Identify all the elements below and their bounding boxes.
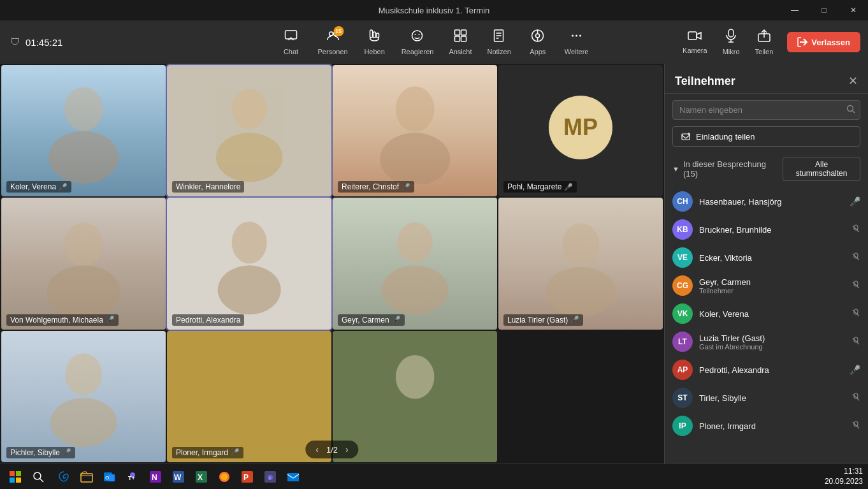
view-label: Ansicht [449,48,472,55]
raise-hand-button[interactable]: Heben [357,25,393,59]
taskbar-edge[interactable] [54,467,74,487]
taskbar-mail[interactable] [283,467,303,487]
video-tile-koler[interactable]: Koler, Verena 🎤 [1,65,166,196]
svg-point-69 [34,472,41,479]
participant-info: Koler, Verena [699,309,845,319]
participant-item[interactable]: VK Koler, Verena [665,300,868,328]
participant-avatar: VK [672,303,693,324]
chat-label: Chat [284,48,298,55]
more-button[interactable]: Weitere [558,25,595,59]
participant-avatar: IP [672,416,693,436]
mic-status-ploner: 🎤 [231,448,240,456]
mic-status-pohl: 🎤 [564,183,573,191]
section-chevron: ▼ [672,165,679,173]
search-input[interactable] [672,100,860,120]
more-label: Weitere [565,48,589,55]
toolbar-left: 🛡 01:45:21 [0,36,62,48]
tile-name-koler: Koler, Verena 🎤 [6,181,71,193]
maximize-button[interactable]: □ [809,0,839,20]
apps-button[interactable]: Apps [520,25,556,59]
video-tile-pedrotti[interactable]: Pedrotti, Alexandra [167,198,331,329]
video-tile-geyr[interactable]: Geyr, Carmen 🎤 [333,198,497,329]
svg-point-45 [50,398,117,448]
svg-rect-71 [81,474,92,482]
taskbar-onenote[interactable]: N [145,467,166,487]
svg-rect-12 [461,36,466,41]
search-container [672,100,860,120]
video-tile-wohlgemuth[interactable]: Von Wohlgemuth, Michaela 🎤 [1,198,166,329]
participant-info: Tirler, Sibylle [699,393,845,403]
svg-point-32 [231,89,266,129]
svg-line-70 [40,478,44,482]
svg-rect-90 [287,473,299,481]
apps-icon [531,29,545,46]
participant-item[interactable]: CH Hasenbauer, Hansjörg 🎤 [665,187,868,215]
participant-item[interactable]: AP Pedrotti, Alexandra 🎤 [665,356,868,384]
start-button[interactable] [5,467,25,487]
svg-point-1 [329,32,333,36]
react-button[interactable]: Reagieren [395,25,440,59]
participant-info: Bruckner, Brunhilde [699,225,845,235]
svg-point-30 [64,87,103,131]
taskbar-app-music[interactable]: ♪ [260,467,280,487]
svg-rect-67 [10,478,15,483]
panel-title: Teilnehmer [675,75,735,88]
clock-date: 20.09.2023 [825,477,863,487]
mic-status-pichler: 🎤 [62,448,71,456]
svg-line-49 [853,110,855,113]
taskbar-word[interactable]: W [168,467,189,487]
next-page-button[interactable]: › [343,443,351,456]
page-indicator: 1/2 [326,445,338,455]
toolbar: 🛡 01:45:21 Chat 15 Personen Heben [0,20,868,64]
participant-item[interactable]: IP Ploner, Irmgard [665,412,868,440]
search-icon [846,105,855,116]
close-button[interactable]: ✕ [839,0,868,20]
chat-button[interactable]: Chat [273,25,309,59]
people-button[interactable]: 15 Personen [312,25,354,59]
taskbar-powerpoint[interactable]: P [237,467,257,487]
participant-item[interactable]: LT Luzia Tirler (Gast) Gast im Abrechnun… [665,328,868,356]
video-tile-pichler[interactable]: Pichler, Sibylle 🎤 [1,331,166,462]
svg-point-36 [64,223,103,266]
video-tile-extra[interactable] [333,331,497,462]
view-button[interactable]: Ansicht [442,25,478,59]
video-tile-pohl[interactable]: MP Pohl, Margarete 🎤 [498,65,663,196]
shield-icon: 🛡 [10,36,20,48]
taskbar-excel[interactable]: X [191,467,212,487]
notes-button[interactable]: Notizen [481,25,517,59]
participants-list: CH Hasenbauer, Hansjörg 🎤 KB Bruckner, B… [665,185,868,463]
invite-button[interactable]: Einladung teilen [672,126,860,147]
share-button[interactable]: Teilen [749,25,780,59]
camera-button[interactable]: Kamera [676,26,714,58]
svg-rect-11 [454,36,459,41]
prev-page-button[interactable]: ‹ [313,443,321,456]
participant-info: Ecker, Viktoria [699,253,845,263]
participant-mic-icon [851,252,860,263]
minimize-button[interactable]: — [780,0,809,20]
taskbar-firefox[interactable] [214,467,235,487]
participant-item[interactable]: VE Ecker, Viktoria [665,244,868,272]
video-tile-winkler[interactable]: Winkler, Hannelore [167,65,331,196]
taskbar-outlook[interactable]: O [99,467,120,487]
mic-status-wohlgemuth: 🎤 [106,316,115,324]
mic-button[interactable]: Mikro [716,25,746,59]
participant-item[interactable]: KB Bruckner, Brunhilde [665,215,868,244]
participant-item[interactable]: ST Tirler, Sibylle [665,384,868,412]
taskbar-explorer[interactable] [76,467,97,487]
taskbar-teams[interactable]: T+ [122,467,143,487]
participant-item[interactable]: CG Geyr, Carmen Teilnehmer [665,272,868,300]
toolbar-right: Kamera Mikro Teilen Verlassen [676,25,868,59]
participant-info: Pedrotti, Alexandra [699,365,843,375]
video-tile-tirler[interactable]: Luzia Tirler (Gast) 🎤 [498,198,663,329]
participant-mic-icon [851,393,860,404]
video-tile-ploner[interactable]: Ploner, Irmgard 🎤 [167,331,331,462]
mute-all-button[interactable]: Alle stummschalten [783,157,860,181]
svg-point-44 [65,353,102,395]
share-icon [757,29,771,46]
tile-name-winkler: Winkler, Hannelore [172,181,244,193]
tile-name-pedrotti: Pedrotti, Alexandra [172,314,244,326]
video-tile-reiterer[interactable]: Reiterer, Christof 🎤 [333,65,497,196]
taskbar-search-button[interactable] [28,467,48,487]
leave-button[interactable]: Verlassen [787,32,860,52]
close-panel-button[interactable]: ✕ [848,74,858,88]
